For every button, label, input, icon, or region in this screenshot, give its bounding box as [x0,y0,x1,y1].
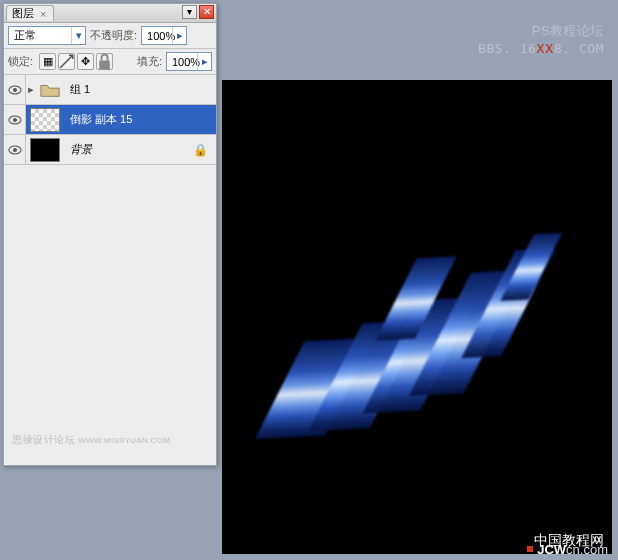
panel-close-button[interactable]: ✕ [199,5,214,19]
panel-menu-button[interactable]: ▾ [182,5,197,19]
header-watermark-line2: BBS. 16XX8. COM [478,40,604,58]
panel-empty-area: 思缘设计论坛 WWW.MISSYUAN.COM [4,165,216,465]
footer-brand: JCW [537,542,566,557]
svg-point-6 [12,147,16,151]
layer-background[interactable]: 背景 🔒 [4,135,216,165]
svg-point-4 [12,117,16,121]
tab-close-icon[interactable]: × [40,8,46,20]
fill-input[interactable]: 100% ▸ [166,52,212,71]
footer-dot-icon [527,546,533,552]
group-expand-icon[interactable]: ▸ [26,83,36,96]
panel-window-buttons: ▾ ✕ [182,5,214,19]
fill-label: 填充: [137,54,162,69]
chevron-down-icon: ▾ [71,27,85,44]
tab-layers-label: 图层 [12,6,34,21]
chevron-right-icon: ▸ [197,53,211,70]
document-canvas[interactable]: 中国教程网 [222,80,612,554]
layer-thumbnail [30,108,60,132]
panel-row-blend: 正常 ▾ 不透明度: 100% ▸ [4,23,216,49]
panel-tabbar: 图层 × ▾ ✕ [4,4,216,23]
blend-mode-select[interactable]: 正常 ▾ [8,26,86,45]
lock-all-icon[interactable] [96,53,113,70]
fill-value: 100% [172,56,200,68]
canvas-artwork [277,232,577,438]
layer-name: 背景 [64,142,193,157]
lock-position-icon[interactable]: ✥ [77,53,94,70]
blend-mode-value: 正常 [14,28,36,43]
panel-row-lock: 锁定: ▦ ✥ 填充: 100% ▸ [4,49,216,75]
header-watermark-line1: PS教程论坛 [478,22,604,40]
page-footer: JCWcn.com [222,540,618,558]
lock-label: 锁定: [8,54,33,69]
layer-name: 组 1 [64,82,216,97]
opacity-value: 100% [147,30,175,42]
lock-pixels-icon[interactable] [58,53,75,70]
layer-name: 倒影 副本 15 [64,112,216,127]
visibility-toggle[interactable] [4,135,26,164]
visibility-toggle[interactable] [4,105,26,134]
chevron-right-icon: ▸ [172,27,186,44]
layer-group[interactable]: ▸ 组 1 [4,75,216,105]
header-watermark: PS教程论坛 BBS. 16XX8. COM [478,22,604,57]
layer-selected[interactable]: 倒影 副本 15 [4,105,216,135]
opacity-input[interactable]: 100% ▸ [141,26,187,45]
layer-thumbnail [30,138,60,162]
folder-icon [40,78,60,102]
svg-rect-0 [99,60,110,69]
layer-list: ▸ 组 1 倒影 副本 15 背景 🔒 [4,75,216,165]
lock-transparency-icon[interactable]: ▦ [39,53,56,70]
visibility-toggle[interactable] [4,75,26,104]
opacity-label: 不透明度: [90,28,137,43]
tab-layers[interactable]: 图层 × [6,5,54,21]
lock-icon: 🔒 [193,143,208,157]
svg-point-2 [12,87,16,91]
panel-watermark: 思缘设计论坛 WWW.MISSYUAN.COM [12,433,170,447]
layers-panel: 图层 × ▾ ✕ 正常 ▾ 不透明度: 100% ▸ 锁定: ▦ ✥ [3,3,217,466]
